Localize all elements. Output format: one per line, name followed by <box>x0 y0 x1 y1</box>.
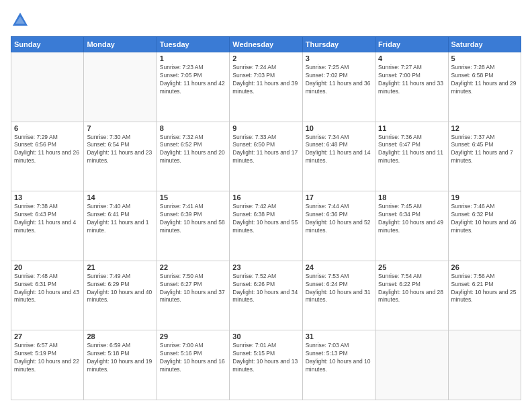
cell-info: Sunrise: 7:48 AM Sunset: 6:31 PM Dayligh… <box>14 273 81 305</box>
day-number: 26 <box>451 263 518 271</box>
cell-info: Sunrise: 7:00 AM Sunset: 5:16 PM Dayligh… <box>160 342 226 374</box>
calendar-week-row: 6Sunrise: 7:29 AM Sunset: 6:56 PM Daylig… <box>11 122 521 191</box>
header <box>11 11 521 30</box>
day-number: 16 <box>232 193 299 201</box>
calendar-cell: 23Sunrise: 7:52 AM Sunset: 6:26 PM Dayli… <box>230 261 302 330</box>
cell-info: Sunrise: 7:46 AM Sunset: 6:32 PM Dayligh… <box>451 203 518 235</box>
calendar-cell: 26Sunrise: 7:56 AM Sunset: 6:21 PM Dayli… <box>448 261 521 330</box>
calendar-cell <box>375 330 448 400</box>
calendar-cell: 28Sunrise: 6:59 AM Sunset: 5:18 PM Dayli… <box>84 330 157 400</box>
day-number: 27 <box>14 332 81 340</box>
calendar-week-row: 27Sunrise: 6:57 AM Sunset: 5:19 PM Dayli… <box>11 330 521 400</box>
day-number: 31 <box>306 332 372 340</box>
calendar-cell: 7Sunrise: 7:30 AM Sunset: 6:54 PM Daylig… <box>84 122 157 191</box>
cell-info: Sunrise: 7:37 AM Sunset: 6:45 PM Dayligh… <box>451 134 518 166</box>
cell-info: Sunrise: 7:33 AM Sunset: 6:50 PM Dayligh… <box>232 134 299 166</box>
calendar-day-header: Tuesday <box>157 37 229 52</box>
logo <box>11 11 32 30</box>
day-number: 23 <box>232 263 299 271</box>
day-number: 14 <box>87 193 153 201</box>
day-number: 20 <box>14 263 81 271</box>
cell-info: Sunrise: 7:24 AM Sunset: 7:03 PM Dayligh… <box>232 64 299 96</box>
day-number: 8 <box>160 124 226 132</box>
calendar-day-header: Friday <box>375 37 448 52</box>
calendar-cell: 2Sunrise: 7:24 AM Sunset: 7:03 PM Daylig… <box>230 52 302 122</box>
calendar-cell: 3Sunrise: 7:25 AM Sunset: 7:02 PM Daylig… <box>302 52 375 122</box>
day-number: 24 <box>306 263 372 271</box>
logo-icon <box>11 11 30 30</box>
calendar-table: SundayMondayTuesdayWednesdayThursdayFrid… <box>11 36 521 400</box>
calendar-cell: 5Sunrise: 7:28 AM Sunset: 6:58 PM Daylig… <box>448 52 521 122</box>
day-number: 2 <box>232 54 299 62</box>
cell-info: Sunrise: 6:59 AM Sunset: 5:18 PM Dayligh… <box>87 342 153 374</box>
calendar-header-row: SundayMondayTuesdayWednesdayThursdayFrid… <box>11 37 521 52</box>
cell-info: Sunrise: 7:23 AM Sunset: 7:05 PM Dayligh… <box>160 64 226 96</box>
calendar-cell: 16Sunrise: 7:42 AM Sunset: 6:38 PM Dayli… <box>230 191 302 261</box>
calendar-cell <box>11 52 84 122</box>
cell-info: Sunrise: 6:57 AM Sunset: 5:19 PM Dayligh… <box>14 342 81 374</box>
day-number: 17 <box>306 193 372 201</box>
calendar-cell: 6Sunrise: 7:29 AM Sunset: 6:56 PM Daylig… <box>11 122 84 191</box>
day-number: 5 <box>451 54 518 62</box>
day-number: 25 <box>378 263 445 271</box>
day-number: 21 <box>87 263 153 271</box>
calendar-cell: 10Sunrise: 7:34 AM Sunset: 6:48 PM Dayli… <box>302 122 375 191</box>
cell-info: Sunrise: 7:54 AM Sunset: 6:22 PM Dayligh… <box>378 273 445 305</box>
cell-info: Sunrise: 7:01 AM Sunset: 5:15 PM Dayligh… <box>232 342 299 374</box>
calendar-cell: 9Sunrise: 7:33 AM Sunset: 6:50 PM Daylig… <box>230 122 302 191</box>
calendar-cell <box>84 52 157 122</box>
day-number: 1 <box>160 54 226 62</box>
day-number: 11 <box>378 124 445 132</box>
cell-info: Sunrise: 7:40 AM Sunset: 6:41 PM Dayligh… <box>87 203 153 235</box>
calendar-cell: 27Sunrise: 6:57 AM Sunset: 5:19 PM Dayli… <box>11 330 84 400</box>
calendar-cell: 29Sunrise: 7:00 AM Sunset: 5:16 PM Dayli… <box>157 330 229 400</box>
calendar-week-row: 20Sunrise: 7:48 AM Sunset: 6:31 PM Dayli… <box>11 261 521 330</box>
cell-info: Sunrise: 7:44 AM Sunset: 6:36 PM Dayligh… <box>306 203 372 235</box>
calendar-cell: 24Sunrise: 7:53 AM Sunset: 6:24 PM Dayli… <box>302 261 375 330</box>
calendar-cell: 1Sunrise: 7:23 AM Sunset: 7:05 PM Daylig… <box>157 52 229 122</box>
day-number: 29 <box>160 332 226 340</box>
calendar-cell: 12Sunrise: 7:37 AM Sunset: 6:45 PM Dayli… <box>448 122 521 191</box>
calendar-cell: 11Sunrise: 7:36 AM Sunset: 6:47 PM Dayli… <box>375 122 448 191</box>
day-number: 13 <box>14 193 81 201</box>
calendar-cell: 22Sunrise: 7:50 AM Sunset: 6:27 PM Dayli… <box>157 261 229 330</box>
calendar-cell: 30Sunrise: 7:01 AM Sunset: 5:15 PM Dayli… <box>230 330 302 400</box>
cell-info: Sunrise: 7:41 AM Sunset: 6:39 PM Dayligh… <box>160 203 226 235</box>
day-number: 28 <box>87 332 153 340</box>
day-number: 3 <box>306 54 372 62</box>
cell-info: Sunrise: 7:45 AM Sunset: 6:34 PM Dayligh… <box>378 203 445 235</box>
calendar-cell: 14Sunrise: 7:40 AM Sunset: 6:41 PM Dayli… <box>84 191 157 261</box>
calendar-cell: 25Sunrise: 7:54 AM Sunset: 6:22 PM Dayli… <box>375 261 448 330</box>
day-number: 22 <box>160 263 226 271</box>
calendar-day-header: Sunday <box>11 37 84 52</box>
day-number: 6 <box>14 124 81 132</box>
calendar-cell: 21Sunrise: 7:49 AM Sunset: 6:29 PM Dayli… <box>84 261 157 330</box>
cell-info: Sunrise: 7:32 AM Sunset: 6:52 PM Dayligh… <box>160 134 226 166</box>
cell-info: Sunrise: 7:56 AM Sunset: 6:21 PM Dayligh… <box>451 273 518 305</box>
cell-info: Sunrise: 7:03 AM Sunset: 5:13 PM Dayligh… <box>306 342 372 374</box>
day-number: 7 <box>87 124 153 132</box>
cell-info: Sunrise: 7:36 AM Sunset: 6:47 PM Dayligh… <box>378 134 445 166</box>
cell-info: Sunrise: 7:30 AM Sunset: 6:54 PM Dayligh… <box>87 134 153 166</box>
cell-info: Sunrise: 7:50 AM Sunset: 6:27 PM Dayligh… <box>160 273 226 305</box>
calendar-body: 1Sunrise: 7:23 AM Sunset: 7:05 PM Daylig… <box>11 52 521 400</box>
calendar-cell: 8Sunrise: 7:32 AM Sunset: 6:52 PM Daylig… <box>157 122 229 191</box>
cell-info: Sunrise: 7:34 AM Sunset: 6:48 PM Dayligh… <box>306 134 372 166</box>
cell-info: Sunrise: 7:53 AM Sunset: 6:24 PM Dayligh… <box>306 273 372 305</box>
calendar-cell: 19Sunrise: 7:46 AM Sunset: 6:32 PM Dayli… <box>448 191 521 261</box>
cell-info: Sunrise: 7:25 AM Sunset: 7:02 PM Dayligh… <box>306 64 372 96</box>
cell-info: Sunrise: 7:27 AM Sunset: 7:00 PM Dayligh… <box>378 64 445 96</box>
calendar-cell: 4Sunrise: 7:27 AM Sunset: 7:00 PM Daylig… <box>375 52 448 122</box>
day-number: 30 <box>232 332 299 340</box>
calendar-cell: 31Sunrise: 7:03 AM Sunset: 5:13 PM Dayli… <box>302 330 375 400</box>
calendar-day-header: Thursday <box>302 37 375 52</box>
day-number: 4 <box>378 54 445 62</box>
day-number: 10 <box>306 124 372 132</box>
calendar-cell <box>448 330 521 400</box>
day-number: 19 <box>451 193 518 201</box>
cell-info: Sunrise: 7:28 AM Sunset: 6:58 PM Dayligh… <box>451 64 518 96</box>
calendar-day-header: Wednesday <box>230 37 302 52</box>
page: SundayMondayTuesdayWednesdayThursdayFrid… <box>0 0 532 411</box>
cell-info: Sunrise: 7:38 AM Sunset: 6:43 PM Dayligh… <box>14 203 81 235</box>
cell-info: Sunrise: 7:42 AM Sunset: 6:38 PM Dayligh… <box>232 203 299 235</box>
